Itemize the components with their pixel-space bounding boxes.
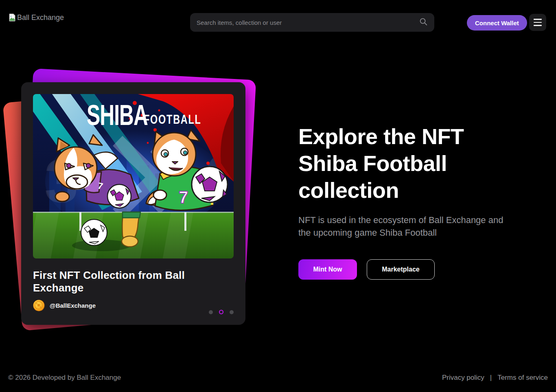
author-row: @BallExchange [33, 300, 234, 311]
artwork-title-main: SHIBA [87, 99, 148, 131]
nft-card: 3 4 SHIBA [21, 82, 245, 325]
connect-wallet-button[interactable]: Connect Wallet [467, 15, 527, 31]
carousel-dot-2[interactable] [230, 310, 234, 314]
terms-of-service-link[interactable]: Terms of service [497, 374, 548, 382]
search-bar [190, 13, 434, 32]
privacy-policy-link[interactable]: Privacy policy [442, 374, 484, 382]
artwork-title-sub: FOOTBALL [144, 112, 201, 127]
carousel-dot-0[interactable] [209, 310, 213, 314]
hero-heading: Explore the NFT Shiba Football collectio… [298, 123, 520, 204]
card-title: First NFT Collection from Ball Exchange [33, 269, 234, 294]
logo[interactable]: Ball Exchange [8, 13, 64, 22]
nft-card-stack: 3 4 SHIBA [12, 73, 253, 335]
footer-links: Privacy policy | Terms of service [442, 374, 548, 382]
marketplace-button[interactable]: Marketplace [367, 259, 435, 280]
carousel-dot-1[interactable] [219, 310, 223, 314]
shiba-football-artwork: 3 4 SHIBA [33, 94, 234, 258]
hero-section: Explore the NFT Shiba Football collectio… [298, 123, 520, 280]
copyright-text: © 2026 Developed by Ball Exchange [8, 374, 121, 382]
search-icon[interactable] [419, 17, 428, 28]
mint-now-button[interactable]: Mint Now [298, 259, 357, 280]
hero-description: NFT is used in the ecosystem of Ball Exc… [298, 214, 510, 239]
header: Ball Exchange Connect Wallet [0, 0, 556, 45]
author-handle[interactable]: @BallExchange [50, 302, 96, 309]
artwork-jersey-number: 7 [179, 188, 188, 207]
broken-image-icon [8, 13, 16, 22]
footer-separator: | [490, 374, 492, 382]
footer: © 2026 Developed by Ball Exchange Privac… [0, 364, 556, 392]
menu-button[interactable] [529, 14, 546, 31]
hero-buttons: Mint Now Marketplace [298, 259, 520, 280]
carousel-dots [209, 310, 234, 314]
hamburger-icon [534, 19, 542, 26]
logo-text: Ball Exchange [17, 13, 64, 22]
coin-avatar-icon [33, 300, 45, 311]
search-input[interactable] [197, 19, 419, 26]
